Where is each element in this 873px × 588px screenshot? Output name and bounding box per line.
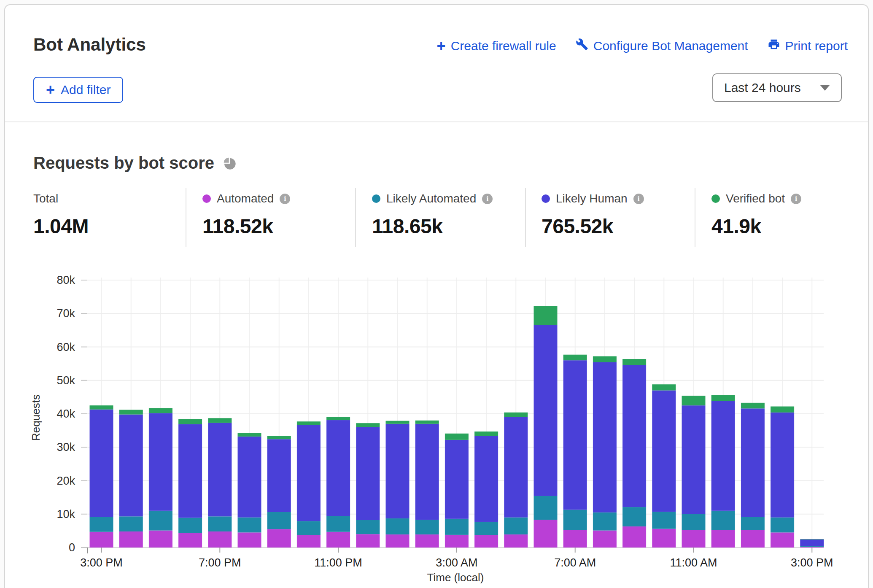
bar-column-8[interactable] [326, 417, 350, 548]
bar-segment[interactable] [178, 518, 202, 533]
bar-column-9[interactable] [356, 423, 380, 548]
bar-segment[interactable] [415, 424, 439, 520]
bar-segment[interactable] [119, 410, 143, 414]
bar-column-3[interactable] [178, 419, 202, 548]
bar-segment[interactable] [119, 415, 143, 517]
bar-segment[interactable] [415, 421, 439, 424]
bar-column-11[interactable] [415, 421, 439, 548]
bar-segment[interactable] [386, 534, 410, 548]
bar-segment[interactable] [771, 532, 794, 548]
bar-segment[interactable] [504, 417, 528, 518]
bar-column-18[interactable] [622, 359, 646, 548]
bar-segment[interactable] [415, 534, 439, 548]
bar-segment[interactable] [267, 529, 291, 548]
bar-segment[interactable] [622, 526, 646, 548]
bar-segment[interactable] [238, 437, 261, 518]
bar-segment[interactable] [563, 360, 587, 510]
bar-segment[interactable] [356, 534, 380, 548]
bar-segment[interactable] [90, 532, 113, 548]
bar-segment[interactable] [622, 359, 646, 365]
configure-bot-management-link[interactable]: Configure Bot Management [576, 38, 748, 54]
bar-segment[interactable] [682, 405, 706, 514]
bar-segment[interactable] [238, 532, 261, 548]
bar-column-22[interactable] [741, 403, 765, 548]
bar-segment[interactable] [534, 520, 558, 548]
bar-segment[interactable] [800, 539, 824, 539]
bar-segment[interactable] [800, 539, 824, 546]
bar-segment[interactable] [119, 516, 143, 531]
bar-segment[interactable] [504, 518, 528, 534]
bar-segment[interactable] [415, 520, 439, 534]
bar-segment[interactable] [326, 516, 350, 532]
bar-segment[interactable] [652, 512, 676, 529]
bar-segment[interactable] [711, 401, 735, 511]
bar-segment[interactable] [563, 510, 587, 530]
bar-column-15[interactable] [534, 306, 558, 548]
bar-column-20[interactable] [682, 396, 706, 548]
bar-segment[interactable] [652, 529, 676, 548]
bar-segment[interactable] [149, 511, 172, 531]
bar-segment[interactable] [386, 421, 410, 424]
bar-segment[interactable] [593, 362, 617, 512]
bar-column-0[interactable] [90, 405, 113, 548]
bar-column-19[interactable] [652, 384, 676, 548]
bar-segment[interactable] [297, 425, 321, 521]
bar-column-13[interactable] [474, 432, 498, 548]
bar-segment[interactable] [711, 530, 735, 548]
bar-column-23[interactable] [771, 407, 794, 548]
bar-segment[interactable] [149, 413, 172, 510]
bar-segment[interactable] [297, 521, 321, 535]
info-icon[interactable]: i [633, 194, 644, 204]
bar-segment[interactable] [800, 546, 824, 547]
bar-segment[interactable] [682, 530, 706, 548]
bar-segment[interactable] [208, 423, 232, 516]
bar-column-14[interactable] [504, 413, 528, 548]
bar-segment[interactable] [356, 423, 380, 427]
time-range-dropdown[interactable]: Last 24 hours [712, 73, 842, 102]
bar-segment[interactable] [208, 531, 232, 548]
bar-segment[interactable] [622, 365, 646, 507]
print-report-link[interactable]: Print report [768, 38, 848, 54]
bar-column-1[interactable] [119, 410, 143, 548]
bar-segment[interactable] [682, 514, 706, 530]
bar-segment[interactable] [563, 530, 587, 548]
bar-segment[interactable] [563, 355, 587, 360]
bar-segment[interactable] [474, 436, 498, 522]
bar-segment[interactable] [534, 325, 558, 496]
bar-segment[interactable] [534, 306, 558, 325]
bar-segment[interactable] [504, 534, 528, 548]
bar-column-21[interactable] [711, 395, 735, 548]
bar-segment[interactable] [90, 405, 113, 410]
bar-segment[interactable] [267, 439, 291, 512]
bar-segment[interactable] [474, 432, 498, 436]
bar-column-16[interactable] [563, 355, 587, 548]
bar-segment[interactable] [356, 520, 380, 534]
info-icon[interactable]: i [280, 194, 290, 204]
bar-segment[interactable] [119, 531, 143, 548]
bar-segment[interactable] [178, 533, 202, 548]
bar-segment[interactable] [593, 531, 617, 548]
bar-segment[interactable] [208, 516, 232, 531]
info-icon[interactable]: i [482, 194, 493, 204]
bar-segment[interactable] [238, 518, 261, 533]
bar-column-24[interactable] [800, 539, 824, 548]
bar-segment[interactable] [386, 518, 410, 534]
bar-segment[interactable] [178, 419, 202, 424]
bar-segment[interactable] [800, 547, 824, 548]
bar-segment[interactable] [297, 535, 321, 548]
bar-segment[interactable] [208, 418, 232, 423]
bar-segment[interactable] [238, 433, 261, 437]
bar-segment[interactable] [326, 532, 350, 548]
bar-segment[interactable] [445, 519, 469, 535]
bar-segment[interactable] [474, 522, 498, 535]
bar-column-7[interactable] [297, 421, 321, 548]
bar-segment[interactable] [534, 496, 558, 520]
create-firewall-rule-link[interactable]: + Create firewall rule [437, 39, 556, 53]
bar-segment[interactable] [622, 507, 646, 526]
bar-segment[interactable] [652, 384, 676, 390]
bar-segment[interactable] [771, 413, 794, 518]
bar-segment[interactable] [386, 424, 410, 518]
bar-segment[interactable] [711, 511, 735, 530]
bar-segment[interactable] [149, 531, 172, 548]
bar-segment[interactable] [741, 408, 765, 517]
